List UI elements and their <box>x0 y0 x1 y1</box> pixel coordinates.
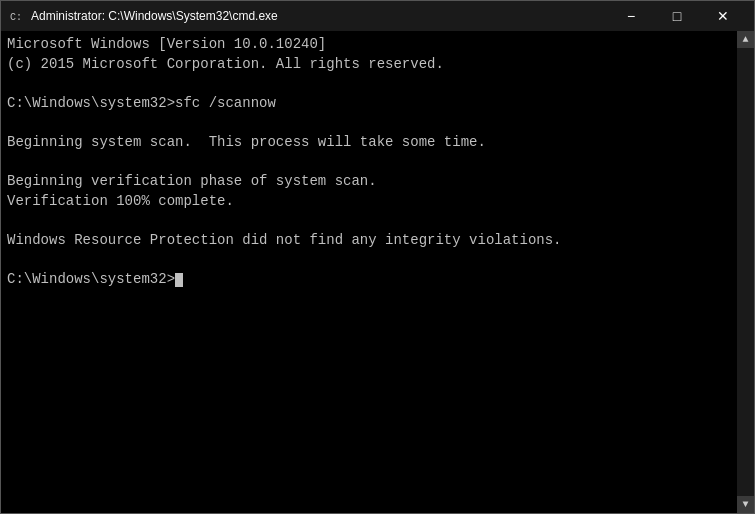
minimize-button[interactable]: − <box>608 1 654 31</box>
scrollbar-track <box>737 48 754 496</box>
close-button[interactable]: ✕ <box>700 1 746 31</box>
console-output: Microsoft Windows [Version 10.0.10240] (… <box>7 35 748 290</box>
cursor <box>175 273 183 287</box>
cmd-icon: C: <box>9 8 25 24</box>
console-body[interactable]: Microsoft Windows [Version 10.0.10240] (… <box>1 31 754 513</box>
title-bar-left: C: Administrator: C:\Windows\System32\cm… <box>9 8 278 24</box>
window-title: Administrator: C:\Windows\System32\cmd.e… <box>31 9 278 23</box>
maximize-button[interactable]: □ <box>654 1 700 31</box>
scrollbar[interactable]: ▲ ▼ <box>737 31 754 513</box>
cmd-window: C: Administrator: C:\Windows\System32\cm… <box>0 0 755 514</box>
title-bar-controls: − □ ✕ <box>608 1 746 31</box>
svg-text:C:: C: <box>10 12 22 23</box>
title-bar: C: Administrator: C:\Windows\System32\cm… <box>1 1 754 31</box>
scrollbar-down-button[interactable]: ▼ <box>737 496 754 513</box>
scrollbar-up-button[interactable]: ▲ <box>737 31 754 48</box>
